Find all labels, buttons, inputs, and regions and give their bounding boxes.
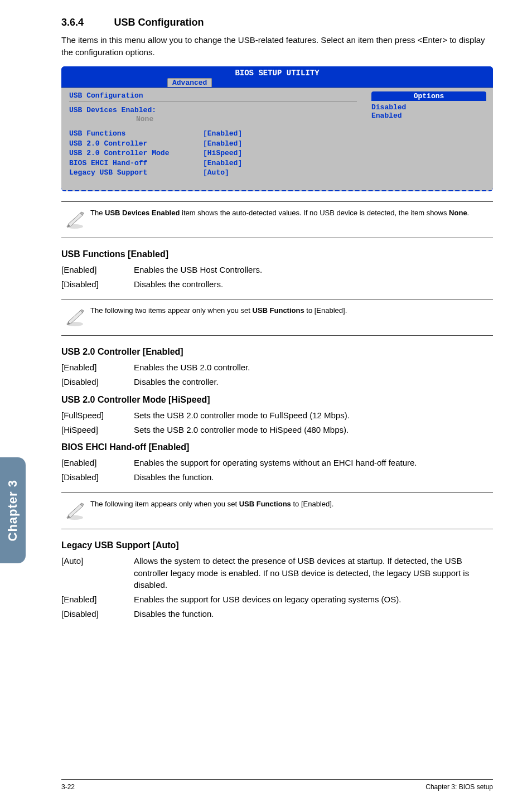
note-text-part: to [Enabled]. xyxy=(304,306,347,315)
intro-text: The items in this menu allow you to chan… xyxy=(61,34,493,59)
option-desc: Disables the controllers. xyxy=(134,277,262,292)
table-row: [Auto]Allows the system to detect the pr… xyxy=(61,554,493,592)
bios-setting-value: [Enabled] xyxy=(203,158,242,168)
table-row: [FullSpeed]Sets the USB 2.0 controller m… xyxy=(61,408,350,423)
bios-option-item[interactable]: Disabled xyxy=(371,103,486,112)
options-table: [Enabled]Enables the USB Host Controller… xyxy=(61,263,262,292)
options-table: [Enabled]Enables the USB 2.0 controller.… xyxy=(61,360,250,389)
note-text-part: The following two items appear only when… xyxy=(90,306,253,315)
subsection-title: USB Functions [Enabled] xyxy=(61,249,493,259)
note-text-bold: None xyxy=(449,209,467,217)
bios-setting-value: [Enabled] xyxy=(203,129,242,139)
note-text-bold: USB Devices Enabled xyxy=(105,209,180,217)
note-text-bold: USB Functions xyxy=(239,500,291,508)
bios-setting-row[interactable]: BIOS EHCI Hand-off [Enabled] xyxy=(69,158,357,168)
option-key: [Enabled] xyxy=(61,592,134,607)
option-desc: Enables the support for operating system… xyxy=(134,456,417,470)
table-row: [HiSpeed]Sets the USB 2.0 controller mod… xyxy=(61,423,350,437)
note-text-part: The xyxy=(90,209,105,217)
option-key: [FullSpeed] xyxy=(61,408,134,423)
note-icon xyxy=(64,499,90,523)
table-row: [Disabled]Disables the function. xyxy=(61,607,493,621)
option-desc: Disables the function. xyxy=(134,470,417,485)
option-key: [Disabled] xyxy=(61,375,134,389)
bios-setting-label: USB 2.0 Controller Mode xyxy=(69,148,203,158)
bios-setting-row[interactable]: USB 2.0 Controller Mode [HiSpeed] xyxy=(69,148,357,158)
table-row: [Disabled]Disables the controller. xyxy=(61,375,250,389)
option-desc: Sets the USB 2.0 controller mode to Full… xyxy=(134,408,350,423)
bios-options-header: Options xyxy=(371,91,486,101)
note-box: The USB Devices Enabled item shows the a… xyxy=(61,201,493,238)
option-desc: Enables the USB 2.0 controller. xyxy=(134,360,250,375)
section-title: USB Configuration xyxy=(114,17,204,28)
bios-title: BIOS SETUP UTILITY xyxy=(61,66,493,78)
note-icon xyxy=(64,207,90,232)
bios-setting-value: [HiSpeed] xyxy=(203,148,242,158)
subsection-title: USB 2.0 Controller [Enabled] xyxy=(61,347,493,357)
subsection-title: BIOS EHCI Hand-off [Enabled] xyxy=(61,442,493,452)
options-table: [Enabled]Enables the support for operati… xyxy=(61,456,417,485)
chapter-side-tab-label: Chapter 3 xyxy=(6,480,20,541)
bios-setting-value: [Enabled] xyxy=(203,139,242,149)
bios-setting-label: Legacy USB Support xyxy=(69,168,203,178)
table-row: [Enabled]Enables the USB 2.0 controller. xyxy=(61,360,250,375)
bios-setting-label: BIOS EHCI Hand-off xyxy=(69,158,203,168)
subsection-title: USB 2.0 Controller Mode [HiSpeed] xyxy=(61,395,493,405)
note-text-part: to [Enabled]. xyxy=(291,500,334,508)
note-box: The following item appears only when you… xyxy=(61,492,493,529)
bios-setting-row[interactable]: USB 2.0 Controller [Enabled] xyxy=(69,139,357,149)
note-icon xyxy=(64,305,90,330)
bios-setting-row[interactable]: USB Functions [Enabled] xyxy=(69,129,357,139)
option-key: [Auto] xyxy=(61,554,134,592)
page-footer: 3-22 Chapter 3: BIOS setup xyxy=(61,779,493,791)
bios-torn-edge xyxy=(61,183,493,191)
bios-devices-value: None xyxy=(69,115,357,123)
bios-option-item[interactable]: Enabled xyxy=(371,112,486,120)
section-number: 3.6.4 xyxy=(61,17,112,28)
bios-left-title: USB Configuration xyxy=(69,91,357,100)
note-text: The following two items appear only when… xyxy=(90,305,347,316)
bios-tab-advanced[interactable]: Advanced xyxy=(167,78,212,87)
option-desc: Sets the USB 2.0 controller mode to HiSp… xyxy=(134,423,350,437)
table-row: [Disabled]Disables the function. xyxy=(61,470,417,485)
bios-divider xyxy=(69,102,357,102)
note-text: The following item appears only when you… xyxy=(90,499,333,510)
note-box: The following two items appear only when… xyxy=(61,299,493,336)
options-table: [FullSpeed]Sets the USB 2.0 controller m… xyxy=(61,408,350,437)
bios-setting-row[interactable]: Legacy USB Support [Auto] xyxy=(69,168,357,178)
bios-setting-label: USB 2.0 Controller xyxy=(69,139,203,149)
footer-page-number: 3-22 xyxy=(61,783,75,791)
table-row: [Disabled]Disables the controllers. xyxy=(61,277,262,292)
note-text-bold: USB Functions xyxy=(253,306,304,315)
option-key: [Enabled] xyxy=(61,263,134,277)
note-text-part: item shows the auto-detected values. If … xyxy=(180,209,449,217)
note-text: The USB Devices Enabled item shows the a… xyxy=(90,207,469,219)
table-row: [Enabled]Enables the support for USB dev… xyxy=(61,592,493,607)
option-key: [HiSpeed] xyxy=(61,423,134,437)
option-desc: Enables the USB Host Controllers. xyxy=(134,263,262,277)
option-desc: Allows the system to detect the presence… xyxy=(134,554,493,592)
bios-right-pane: Options Disabled Enabled xyxy=(365,88,493,183)
option-desc: Disables the controller. xyxy=(134,375,250,389)
table-row: [Enabled]Enables the USB Host Controller… xyxy=(61,263,262,277)
options-table: [Auto]Allows the system to detect the pr… xyxy=(61,554,493,621)
bios-setting-label: USB Functions xyxy=(69,129,203,139)
note-text-part: . xyxy=(467,209,470,217)
note-text-part: The following item appears only when you… xyxy=(90,500,239,508)
table-row: [Enabled]Enables the support for operati… xyxy=(61,456,417,470)
option-key: [Disabled] xyxy=(61,607,134,621)
option-key: [Disabled] xyxy=(61,470,134,485)
bios-tab-row: Advanced xyxy=(61,78,493,88)
section-heading: 3.6.4 USB Configuration xyxy=(61,17,493,28)
option-key: [Disabled] xyxy=(61,277,134,292)
option-desc: Enables the support for USB devices on l… xyxy=(134,592,493,607)
bios-left-pane: USB Configuration USB Devices Enabled: N… xyxy=(61,88,365,183)
option-key: [Enabled] xyxy=(61,456,134,470)
option-desc: Disables the function. xyxy=(134,607,493,621)
option-key: [Enabled] xyxy=(61,360,134,375)
subsection-title: Legacy USB Support [Auto] xyxy=(61,540,493,550)
bios-setting-value: [Auto] xyxy=(203,168,229,178)
chapter-side-tab: Chapter 3 xyxy=(0,457,26,563)
footer-chapter-label: Chapter 3: BIOS setup xyxy=(425,783,493,791)
bios-devices-label: USB Devices Enabled: xyxy=(69,105,203,115)
